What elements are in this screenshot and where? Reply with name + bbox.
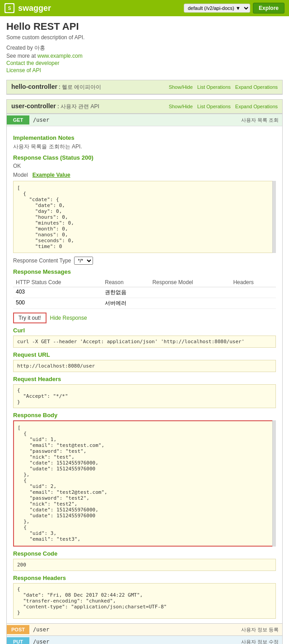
user-controller-title-area: user-controller : 사용자 관련 API xyxy=(11,102,99,110)
user-controller-section: user-controller : 사용자 관련 API Show/Hide L… xyxy=(6,99,283,644)
response-content-type-select[interactable]: */* xyxy=(74,257,93,265)
example-code-text: [ { "cdate": { "date": 0, "day": 0, "hou… xyxy=(17,185,272,249)
response-messages-title: Response Messages xyxy=(13,268,276,275)
user-controller-header: user-controller : 사용자 관련 API Show/Hide L… xyxy=(7,100,282,114)
header-right: default (/v2/api-docs) ▼ Explore xyxy=(184,3,284,14)
headers-500 xyxy=(230,298,276,309)
hello-show-hide[interactable]: Show/Hide xyxy=(169,84,193,90)
get-user-expanded: Implementation Notes 사용자 목록을 조회하는 API. R… xyxy=(7,126,282,623)
post-user-description: 사용자 정보 등록 xyxy=(241,626,282,633)
put-method-badge: PUT xyxy=(7,637,29,644)
reason-403: 권한없음 xyxy=(102,287,149,298)
put-user-operation-row[interactable]: PUT /user 사용자 정보 수정 xyxy=(7,635,282,644)
see-more-label: See more at xyxy=(6,53,36,59)
svg-text:S: S xyxy=(8,6,11,11)
response-headers-label: Response Headers xyxy=(13,575,276,581)
api-license: License of API xyxy=(6,67,283,74)
example-code-container: [ { "cdate": { "date": 0, "day": 0, "hou… xyxy=(13,181,276,253)
status-code-403: 403 xyxy=(13,287,102,298)
api-see-more: See more at www.example.com xyxy=(6,53,283,59)
user-show-hide[interactable]: Show/Hide xyxy=(169,104,193,109)
example-code-block: [ { "cdate": { "date": 0, "day": 0, "hou… xyxy=(13,181,276,253)
app-header: S swagger default (/v2/api-docs) ▼ Explo… xyxy=(0,0,289,16)
hello-expand-ops[interactable]: Expand Operations xyxy=(235,84,278,90)
explore-button[interactable]: Explore xyxy=(253,3,284,14)
user-expand-ops[interactable]: Expand Operations xyxy=(235,104,278,109)
reason-500: 서버에러 xyxy=(102,298,149,309)
model-tabs: Model Example Value xyxy=(13,172,276,178)
response-code-section: Response Code 200 xyxy=(13,550,276,571)
headers-403 xyxy=(230,287,276,298)
curl-section: Curl curl -X GET --header 'Accept: appli… xyxy=(13,327,276,348)
response-body-container: [ { "uid": 1, "email": "test@test.com", … xyxy=(13,420,276,547)
table-header-reason: Reason xyxy=(102,278,149,287)
table-header-headers: Headers xyxy=(230,278,276,287)
response-body-label: Response Body xyxy=(13,412,276,419)
version-select[interactable]: default (/v2/api-docs) ▼ xyxy=(184,4,250,13)
impl-notes-title: Implementation Notes xyxy=(13,134,276,141)
response-body-value: [ { "uid": 1, "email": "test@test.com", … xyxy=(13,420,276,547)
get-method-badge: GET xyxy=(7,115,29,124)
model-403 xyxy=(149,287,230,298)
request-headers-label: Request Headers xyxy=(13,376,276,382)
curl-label: Curl xyxy=(13,327,276,334)
contact-link[interactable]: Contact the developer xyxy=(6,60,59,66)
model-tab[interactable]: Model xyxy=(13,172,28,178)
swagger-logo: S xyxy=(5,3,14,13)
request-url-section: Request URL http://localhost:8080/user xyxy=(13,351,276,372)
response-content-type-row: Response Content Type */* xyxy=(13,257,276,265)
response-content-type-label: Response Content Type xyxy=(13,258,71,264)
get-user-content: Implementation Notes 사용자 목록을 조회하는 API. R… xyxy=(7,126,282,623)
hello-controller-title: hello-controller xyxy=(11,83,57,90)
header-left: S swagger xyxy=(5,3,51,13)
curl-code: curl -X GET --header 'Accept: applicatio… xyxy=(13,336,276,348)
put-user-path: /user xyxy=(29,636,241,644)
hide-response-link[interactable]: Hide Response xyxy=(50,315,87,321)
api-created-by: Created by 아홍 xyxy=(6,44,283,52)
response-body-scrollbar[interactable] xyxy=(272,420,276,547)
hello-controller-title-area: hello-controller : 헬로 에이피아이 xyxy=(11,83,101,91)
response-code-value: 200 xyxy=(13,559,276,571)
api-contact: Contact the developer xyxy=(6,60,283,66)
response-class-title: Response Class (Status 200) xyxy=(13,154,276,161)
user-list-ops[interactable]: List Operations xyxy=(197,104,231,109)
request-headers-value: { "Accept": "*/*" } xyxy=(13,384,276,408)
hello-controller-subtitle: 헬로 에이피아이 xyxy=(62,84,101,90)
app-title: swagger xyxy=(18,4,51,13)
hello-controller-sep: : xyxy=(59,84,62,90)
user-controller-title: user-controller xyxy=(11,102,56,110)
hello-list-ops[interactable]: List Operations xyxy=(197,84,231,90)
hello-controller-actions: Show/Hide List Operations Expand Operati… xyxy=(169,84,278,90)
response-class-value: OK xyxy=(13,163,276,169)
get-user-description: 사용자 목록 조회 xyxy=(241,117,282,124)
user-controller-sep: : xyxy=(57,103,61,110)
put-user-description: 사용자 정보 수정 xyxy=(241,639,282,644)
impl-notes-text: 사용자 목록을 조회하는 API. xyxy=(13,143,276,151)
status-code-500: 500 xyxy=(13,298,102,309)
license-link[interactable]: License of API xyxy=(6,67,41,74)
hello-controller-header: hello-controller : 헬로 에이피아이 Show/Hide Li… xyxy=(7,80,282,94)
table-row: 500 서버에러 xyxy=(13,298,276,309)
try-it-button[interactable]: Try it out! xyxy=(13,313,47,323)
response-code-label: Response Code xyxy=(13,550,276,557)
scrollbar-right[interactable] xyxy=(272,181,276,253)
user-controller-actions: Show/Hide List Operations Expand Operati… xyxy=(169,104,278,109)
response-body-section: Response Body [ { "uid": 1, "email": "te… xyxy=(13,412,276,547)
response-messages-table: HTTP Status Code Reason Response Model H… xyxy=(13,278,276,309)
get-user-path: /user xyxy=(29,114,241,126)
post-user-operation-row[interactable]: POST /user 사용자 정보 등록 xyxy=(7,623,282,635)
response-headers-section: Response Headers { "date": "Fri, 08 Dec … xyxy=(13,575,276,619)
post-user-path: /user xyxy=(29,624,241,635)
see-more-link[interactable]: www.example.com xyxy=(37,53,83,59)
try-it-row: Try it out! Hide Response xyxy=(13,313,276,323)
table-row: 403 권한없음 xyxy=(13,287,276,298)
get-user-operation-row[interactable]: GET /user 사용자 목록 조회 xyxy=(7,114,282,126)
user-controller-subtitle: 사용자 관련 API xyxy=(61,103,99,110)
request-headers-section: Request Headers { "Accept": "*/*" } xyxy=(13,376,276,408)
table-header-model: Response Model xyxy=(149,278,230,287)
example-value-tab[interactable]: Example Value xyxy=(33,172,70,178)
request-url-label: Request URL xyxy=(13,351,276,358)
request-url-value: http://localhost:8080/user xyxy=(13,360,276,372)
api-title: Hello REST API xyxy=(6,21,283,32)
api-description: Some custom description of API. xyxy=(6,34,283,41)
